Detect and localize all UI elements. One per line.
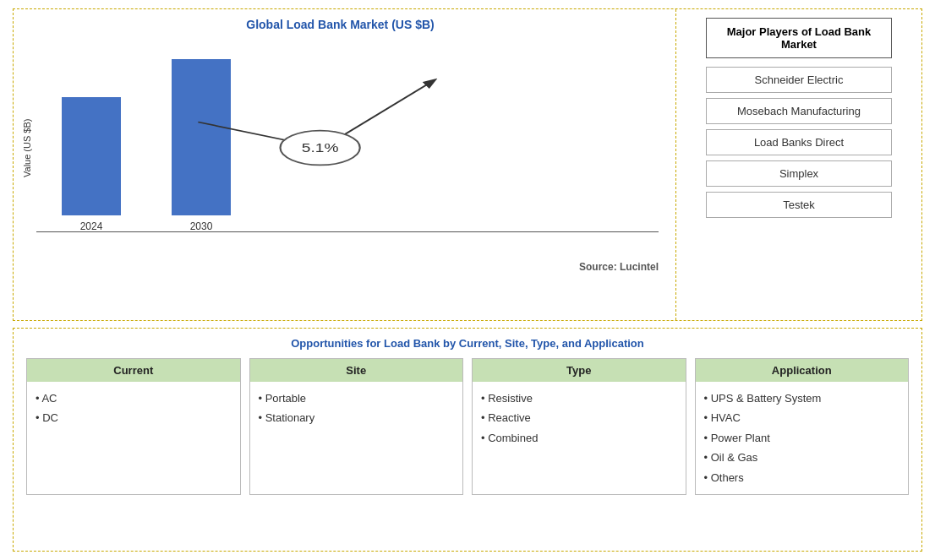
player-item: Testek	[706, 192, 892, 218]
svg-text:5.1%: 5.1%	[302, 141, 339, 155]
list-item: AC	[36, 389, 232, 408]
bar-label-2024: 2024	[80, 220, 103, 232]
bar-2024	[62, 97, 121, 215]
column-content: PortableStationary	[250, 382, 463, 435]
bar-group-2030: 2030	[172, 59, 231, 232]
column-header: Application	[696, 359, 909, 382]
svg-line-1	[323, 80, 435, 148]
column-header: Current	[27, 359, 240, 382]
opportunity-column: ApplicationUPS & Battery SystemHVACPower…	[695, 358, 910, 495]
column-header: Site	[250, 359, 463, 382]
player-item: Simplex	[706, 160, 892, 187]
list-item: UPS & Battery System	[704, 389, 900, 408]
chart-plot: 2024 2030	[36, 38, 659, 258]
column-header: Type	[473, 359, 686, 382]
bars-container: 2024 2030	[36, 38, 659, 258]
bottom-section: Opportunities for Load Bank by Current, …	[13, 328, 922, 552]
player-item: Mosebach Manufacturing	[706, 98, 892, 124]
source-text: Source: Lucintel	[22, 261, 659, 273]
list-item: HVAC	[704, 408, 900, 427]
list-item: Stationary	[259, 408, 455, 427]
list-item: Oil & Gas	[704, 448, 900, 467]
list-item: Reactive	[481, 408, 677, 427]
major-players-title: Major Players of Load Bank Market	[706, 18, 892, 58]
opportunity-column: CurrentACDC	[26, 358, 241, 495]
opportunities-title: Opportunities for Load Bank by Current, …	[26, 337, 909, 350]
bar-group-2024: 2024	[62, 97, 121, 232]
list-item: Power Plant	[704, 428, 900, 448]
column-content: ResistiveReactiveCombined	[473, 382, 686, 454]
column-content: UPS & Battery SystemHVACPower PlantOil &…	[696, 382, 909, 494]
major-players-panel: Major Players of Load Bank Market Schnei…	[676, 9, 921, 320]
chart-title: Global Load Bank Market (US $B)	[22, 18, 659, 31]
top-section: Global Load Bank Market (US $B) Value (U…	[13, 8, 922, 321]
svg-point-2	[281, 131, 360, 166]
list-item: Combined	[481, 428, 677, 448]
columns-container: CurrentACDCSitePortableStationaryTypeRes…	[26, 358, 909, 495]
opportunity-column: SitePortableStationary	[249, 358, 464, 495]
bar-2030	[172, 59, 231, 215]
player-item: Schneider Electric	[706, 67, 892, 93]
players-list: Schneider ElectricMosebach Manufacturing…	[706, 67, 892, 223]
list-item: Portable	[259, 389, 455, 408]
chart-inner: Value (US $B) 2024 2030	[22, 38, 659, 258]
main-container: Global Load Bank Market (US $B) Value (U…	[0, 0, 935, 560]
column-content: ACDC	[27, 382, 240, 435]
list-item: Resistive	[481, 389, 677, 408]
list-item: Others	[704, 468, 900, 487]
chart-area: Global Load Bank Market (US $B) Value (U…	[14, 9, 676, 320]
player-item: Load Banks Direct	[706, 129, 892, 155]
bar-label-2030: 2030	[190, 220, 213, 232]
list-item: DC	[36, 408, 232, 427]
x-axis-line	[36, 231, 659, 232]
opportunity-column: TypeResistiveReactiveCombined	[472, 358, 686, 495]
chart-arrow-svg: 5.1%	[36, 38, 659, 258]
y-axis-label: Value (US $B)	[22, 38, 32, 258]
